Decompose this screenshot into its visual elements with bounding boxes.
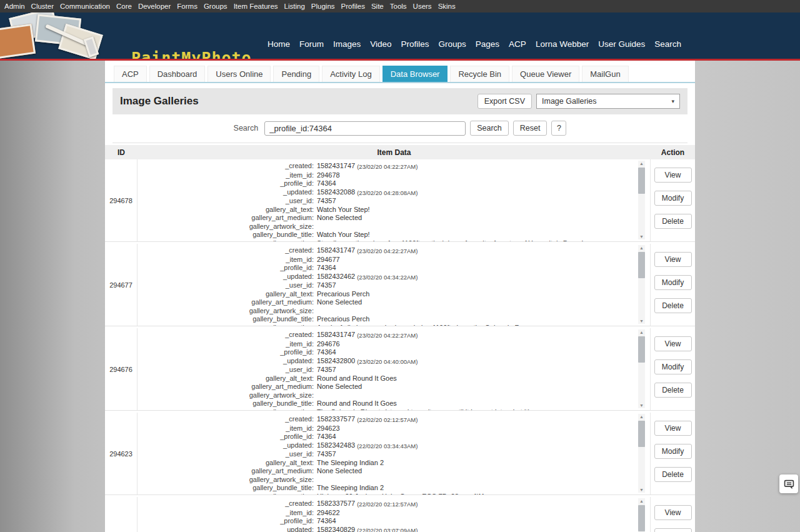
item-data-scrollbar[interactable]: ▲▼ [638,245,645,324]
scroll-up-icon[interactable]: ▲ [639,414,644,419]
delete-button[interactable]: Delete [654,214,692,229]
view-button[interactable]: View [654,421,692,436]
gallery-type-select[interactable]: Image Galleries ▾ [536,94,680,109]
admin-menu-groups[interactable]: Groups [204,3,228,10]
nav-home[interactable]: Home [268,39,290,49]
field-key: _user_id: [138,281,314,290]
scrollbar-thumb[interactable] [638,421,645,447]
modify-button[interactable]: Modify [654,528,692,532]
site-logo[interactable]: PaintMyPhoto [0,13,250,59]
scroll-up-icon[interactable]: ▲ [639,161,644,166]
field-value: 1582337577 [317,499,355,509]
nav-search[interactable]: Search [654,39,681,49]
field-key: _updated: [138,441,314,451]
view-button[interactable]: View [654,252,692,267]
nav-user-guides[interactable]: User Guides [598,39,645,49]
delete-button[interactable]: Delete [654,467,692,482]
help-button[interactable]: ? [551,121,566,136]
field-key: gallery_artwork_size: [138,391,314,400]
field-line: _profile_id:74364 [138,264,650,273]
scroll-up-icon[interactable]: ▲ [639,245,644,251]
tab-queue-viewer[interactable]: Queue Viewer [512,66,579,82]
field-line: gallery_alt_text:Watch Your Step! [138,206,650,214]
view-button[interactable]: View [654,168,692,183]
field-value: 294677 [317,256,340,264]
scrollbar-thumb[interactable] [638,168,645,194]
nav-profiles[interactable]: Profiles [401,39,429,49]
modify-button[interactable]: Modify [654,444,692,459]
delete-button[interactable]: Delete [654,298,692,313]
admin-menu-skins[interactable]: Skins [438,3,456,10]
field-key: _updated: [138,273,314,282]
scroll-down-icon[interactable]: ▼ [639,403,644,408]
search-button[interactable]: Search [470,121,509,136]
nav-images[interactable]: Images [333,39,361,49]
field-line: gallery_caption:Standing on the edge of … [138,239,650,242]
item-data-scrollbar[interactable]: ▲▼ [638,498,645,532]
field-key: gallery_art_medium: [138,214,314,223]
scrollbar-thumb[interactable] [638,336,645,363]
nav-pages[interactable]: Pages [476,39,499,49]
field-line: gallery_art_medium:None Selected [138,383,650,391]
admin-menu-users[interactable]: Users [413,3,432,10]
feedback-button[interactable] [779,474,798,493]
nav-lorna-webber[interactable]: Lorna Webber [536,39,589,49]
tab-activity-log[interactable]: Activity Log [322,66,379,82]
tab-recycle-bin[interactable]: Recycle Bin [450,66,509,82]
nav-forum[interactable]: Forum [299,39,324,49]
field-line: gallery_artwork_size: [138,223,650,231]
admin-menu-profiles[interactable]: Profiles [341,3,365,10]
admin-menu-plugins[interactable]: Plugins [311,3,335,10]
scrollbar-thumb[interactable] [638,505,645,531]
tab-dashboard[interactable]: Dashboard [149,66,206,82]
admin-menu-admin[interactable]: Admin [4,3,25,10]
admin-menu-developer[interactable]: Developer [138,3,171,10]
field-line: gallery_artwork_size: [138,476,650,484]
scroll-up-icon[interactable]: ▲ [639,329,644,335]
scroll-down-icon[interactable]: ▼ [639,234,644,239]
field-line: _user_id:74357 [138,197,650,206]
field-line: _item_id:294678 [138,171,650,180]
field-key: _user_id: [138,197,314,206]
modify-button[interactable]: Modify [654,359,692,374]
admin-menu-core[interactable]: Core [116,3,132,10]
tab-pending[interactable]: Pending [273,66,319,82]
scroll-up-icon[interactable]: ▲ [639,498,644,504]
nav-video[interactable]: Video [370,39,391,49]
tab-data-browser[interactable]: Data Browser [382,66,448,82]
scroll-down-icon[interactable]: ▼ [639,487,644,493]
view-button[interactable]: View [654,505,692,520]
item-data-scrollbar[interactable]: ▲▼ [638,161,645,239]
export-csv-button[interactable]: Export CSV [478,94,532,109]
field-key: gallery_bundle_title: [138,484,314,493]
item-data-scrollbar[interactable]: ▲▼ [638,414,645,493]
delete-button[interactable]: Delete [654,383,692,398]
admin-menu-item-features[interactable]: Item Features [234,3,278,10]
view-button[interactable]: View [654,336,692,351]
scroll-down-icon[interactable]: ▼ [639,318,644,324]
reset-button[interactable]: Reset [513,121,548,136]
admin-menu-listing[interactable]: Listing [284,3,305,10]
tab-mailgun[interactable]: MailGun [582,66,628,82]
row-id: 294676 [105,328,138,410]
field-line: gallery_art_medium:None Selected [138,214,650,223]
tab-users-online[interactable]: Users Online [208,66,271,82]
nav-groups[interactable]: Groups [439,39,466,49]
admin-menu-communication[interactable]: Communication [60,3,110,10]
scrollbar-thumb[interactable] [638,252,645,278]
admin-menu-forms[interactable]: Forms [177,3,198,10]
admin-menu-tools[interactable]: Tools [390,3,407,10]
admin-menu-cluster[interactable]: Cluster [31,3,54,10]
field-key: gallery_caption: [138,324,314,326]
table-row: 294676_created:1582431747(23/02/20 04:22… [105,328,695,411]
admin-menu-site[interactable]: Site [371,3,384,10]
modify-button[interactable]: Modify [654,191,692,206]
nav-acp[interactable]: ACP [509,39,526,49]
modify-button[interactable]: Modify [654,275,692,290]
field-line: _item_id:294623 [138,424,650,433]
item-data-scrollbar[interactable]: ▲▼ [638,329,645,408]
search-input[interactable] [264,121,466,136]
field-key: _item_id: [138,340,314,349]
tab-acp[interactable]: ACP [114,66,147,82]
column-header-id: ID [105,148,138,157]
